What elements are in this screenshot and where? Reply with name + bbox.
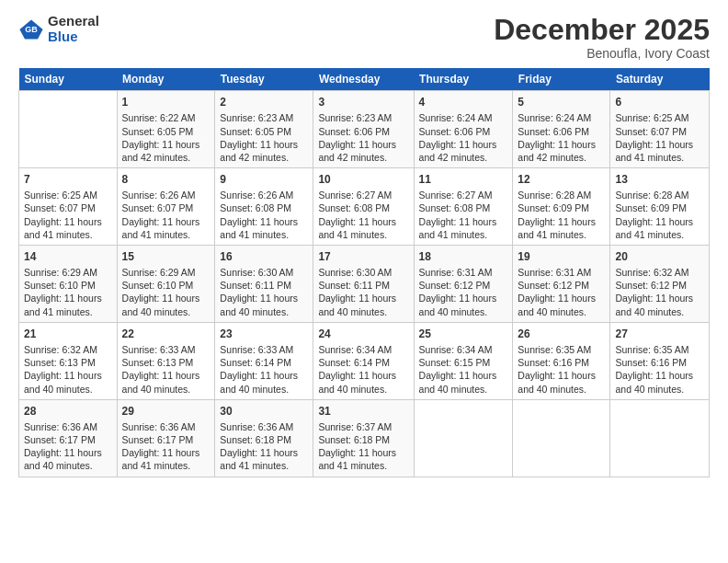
day-number: 17 <box>318 249 408 264</box>
calendar-cell: 9Sunrise: 6:26 AM Sunset: 6:08 PM Daylig… <box>215 168 313 246</box>
logo-blue: Blue <box>48 29 78 44</box>
cell-content: Sunrise: 6:28 AM Sunset: 6:09 PM Dayligh… <box>615 189 704 241</box>
day-header-wednesday: Wednesday <box>313 68 414 91</box>
calendar-cell: 21Sunrise: 6:32 AM Sunset: 6:13 PM Dayli… <box>19 322 118 399</box>
calendar-cell: 28Sunrise: 6:36 AM Sunset: 6:17 PM Dayli… <box>19 399 118 477</box>
day-header-thursday: Thursday <box>414 68 513 91</box>
cell-content: Sunrise: 6:26 AM Sunset: 6:08 PM Dayligh… <box>220 189 308 241</box>
day-header-monday: Monday <box>117 68 215 91</box>
calendar-header-row: SundayMondayTuesdayWednesdayThursdayFrid… <box>19 68 710 91</box>
calendar-cell: 31Sunrise: 6:37 AM Sunset: 6:18 PM Dayli… <box>313 399 414 477</box>
cell-content: Sunrise: 6:30 AM Sunset: 6:11 PM Dayligh… <box>318 266 408 318</box>
cell-content: Sunrise: 6:36 AM Sunset: 6:17 PM Dayligh… <box>24 420 112 473</box>
calendar-cell: 1Sunrise: 6:22 AM Sunset: 6:05 PM Daylig… <box>117 91 215 168</box>
cell-content: Sunrise: 6:27 AM Sunset: 6:08 PM Dayligh… <box>318 189 408 241</box>
day-number: 7 <box>24 172 112 187</box>
cell-content: Sunrise: 6:25 AM Sunset: 6:07 PM Dayligh… <box>615 111 704 164</box>
title-area: December 2025 Benoufla, Ivory Coast <box>494 14 710 61</box>
calendar-cell: 14Sunrise: 6:29 AM Sunset: 6:10 PM Dayli… <box>19 245 118 322</box>
calendar-cell <box>610 399 710 477</box>
cell-content: Sunrise: 6:25 AM Sunset: 6:07 PM Dayligh… <box>24 189 112 241</box>
day-number: 20 <box>615 249 704 264</box>
logo-text: General Blue <box>48 14 99 44</box>
cell-content: Sunrise: 6:24 AM Sunset: 6:06 PM Dayligh… <box>419 111 508 164</box>
calendar-cell: 12Sunrise: 6:28 AM Sunset: 6:09 PM Dayli… <box>513 168 610 246</box>
calendar-cell: 15Sunrise: 6:29 AM Sunset: 6:10 PM Dayli… <box>117 245 215 322</box>
day-header-friday: Friday <box>513 68 610 91</box>
month-title: December 2025 <box>494 14 710 46</box>
day-number: 26 <box>518 327 605 341</box>
cell-content: Sunrise: 6:33 AM Sunset: 6:13 PM Dayligh… <box>122 343 210 396</box>
day-number: 3 <box>318 95 408 109</box>
day-header-saturday: Saturday <box>610 68 710 91</box>
cell-content: Sunrise: 6:30 AM Sunset: 6:11 PM Dayligh… <box>220 266 308 318</box>
day-number: 12 <box>518 172 605 187</box>
calendar-cell: 7Sunrise: 6:25 AM Sunset: 6:07 PM Daylig… <box>19 168 118 246</box>
calendar-week-5: 28Sunrise: 6:36 AM Sunset: 6:17 PM Dayli… <box>19 399 710 477</box>
cell-content: Sunrise: 6:31 AM Sunset: 6:12 PM Dayligh… <box>518 266 605 318</box>
day-number: 24 <box>318 327 408 341</box>
day-number: 16 <box>220 249 308 264</box>
calendar-cell: 2Sunrise: 6:23 AM Sunset: 6:05 PM Daylig… <box>215 91 313 168</box>
day-number: 1 <box>122 95 210 109</box>
calendar-cell: 10Sunrise: 6:27 AM Sunset: 6:08 PM Dayli… <box>313 168 414 246</box>
cell-content: Sunrise: 6:33 AM Sunset: 6:14 PM Dayligh… <box>220 343 308 396</box>
calendar-cell <box>513 399 610 477</box>
calendar-cell: 3Sunrise: 6:23 AM Sunset: 6:06 PM Daylig… <box>313 91 414 168</box>
calendar-cell: 6Sunrise: 6:25 AM Sunset: 6:07 PM Daylig… <box>610 91 710 168</box>
day-number: 14 <box>24 249 112 264</box>
calendar-cell: 5Sunrise: 6:24 AM Sunset: 6:06 PM Daylig… <box>513 91 610 168</box>
calendar-cell: 4Sunrise: 6:24 AM Sunset: 6:06 PM Daylig… <box>414 91 513 168</box>
cell-content: Sunrise: 6:26 AM Sunset: 6:07 PM Dayligh… <box>122 189 210 241</box>
day-number: 5 <box>518 95 605 109</box>
day-number: 21 <box>24 327 112 341</box>
day-number: 6 <box>615 95 704 109</box>
day-number: 2 <box>220 95 308 109</box>
day-number: 9 <box>220 172 308 187</box>
day-number: 25 <box>419 327 508 341</box>
cell-content: Sunrise: 6:32 AM Sunset: 6:13 PM Dayligh… <box>24 343 112 396</box>
cell-content: Sunrise: 6:29 AM Sunset: 6:10 PM Dayligh… <box>24 266 112 318</box>
cell-content: Sunrise: 6:35 AM Sunset: 6:16 PM Dayligh… <box>518 343 605 396</box>
calendar-week-1: 1Sunrise: 6:22 AM Sunset: 6:05 PM Daylig… <box>19 91 710 168</box>
calendar-cell: 30Sunrise: 6:36 AM Sunset: 6:18 PM Dayli… <box>215 399 313 477</box>
calendar-cell: 27Sunrise: 6:35 AM Sunset: 6:16 PM Dayli… <box>610 322 710 399</box>
cell-content: Sunrise: 6:23 AM Sunset: 6:06 PM Dayligh… <box>318 111 408 164</box>
day-number: 23 <box>220 327 308 341</box>
cell-content: Sunrise: 6:28 AM Sunset: 6:09 PM Dayligh… <box>518 189 605 241</box>
location-subtitle: Benoufla, Ivory Coast <box>494 46 710 61</box>
day-number: 11 <box>419 172 508 187</box>
cell-content: Sunrise: 6:35 AM Sunset: 6:16 PM Dayligh… <box>615 343 704 396</box>
cell-content: Sunrise: 6:36 AM Sunset: 6:18 PM Dayligh… <box>220 420 308 473</box>
calendar-cell: 23Sunrise: 6:33 AM Sunset: 6:14 PM Dayli… <box>215 322 313 399</box>
calendar-cell: 19Sunrise: 6:31 AM Sunset: 6:12 PM Dayli… <box>513 245 610 322</box>
cell-content: Sunrise: 6:32 AM Sunset: 6:12 PM Dayligh… <box>615 266 704 318</box>
cell-content: Sunrise: 6:34 AM Sunset: 6:15 PM Dayligh… <box>419 343 508 396</box>
page-container: GB General Blue December 2025 Benoufla, … <box>0 0 728 487</box>
day-number: 19 <box>518 249 605 264</box>
cell-content: Sunrise: 6:22 AM Sunset: 6:05 PM Dayligh… <box>122 111 210 164</box>
calendar-cell: 25Sunrise: 6:34 AM Sunset: 6:15 PM Dayli… <box>414 322 513 399</box>
cell-content: Sunrise: 6:24 AM Sunset: 6:06 PM Dayligh… <box>518 111 605 164</box>
cell-content: Sunrise: 6:23 AM Sunset: 6:05 PM Dayligh… <box>220 111 308 164</box>
day-number: 10 <box>318 172 408 187</box>
cell-content: Sunrise: 6:31 AM Sunset: 6:12 PM Dayligh… <box>419 266 508 318</box>
calendar-cell <box>414 399 513 477</box>
day-number: 4 <box>419 95 508 109</box>
calendar-cell: 22Sunrise: 6:33 AM Sunset: 6:13 PM Dayli… <box>117 322 215 399</box>
cell-content: Sunrise: 6:29 AM Sunset: 6:10 PM Dayligh… <box>122 266 210 318</box>
calendar-week-2: 7Sunrise: 6:25 AM Sunset: 6:07 PM Daylig… <box>19 168 710 246</box>
day-number: 27 <box>615 327 704 341</box>
calendar-cell: 17Sunrise: 6:30 AM Sunset: 6:11 PM Dayli… <box>313 245 414 322</box>
logo: GB General Blue <box>18 14 99 44</box>
day-number: 29 <box>122 404 210 419</box>
calendar-cell: 11Sunrise: 6:27 AM Sunset: 6:08 PM Dayli… <box>414 168 513 246</box>
calendar-cell: 13Sunrise: 6:28 AM Sunset: 6:09 PM Dayli… <box>610 168 710 246</box>
day-number: 13 <box>615 172 704 187</box>
calendar-cell: 18Sunrise: 6:31 AM Sunset: 6:12 PM Dayli… <box>414 245 513 322</box>
day-number: 15 <box>122 249 210 264</box>
logo-general: General <box>48 13 99 29</box>
calendar-cell: 29Sunrise: 6:36 AM Sunset: 6:17 PM Dayli… <box>117 399 215 477</box>
calendar-cell <box>19 91 118 168</box>
calendar-week-3: 14Sunrise: 6:29 AM Sunset: 6:10 PM Dayli… <box>19 245 710 322</box>
